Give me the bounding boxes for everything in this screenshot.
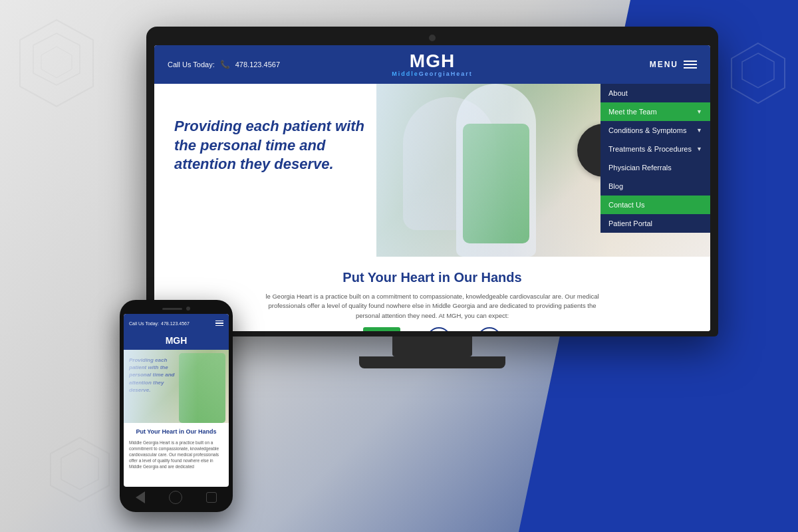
dropdown-nav-menu[interactable]: About Meet the Team ▼ Conditions & Sympt… bbox=[600, 84, 710, 233]
logo-sub3: Heart bbox=[451, 70, 473, 77]
nav-item-physician[interactable]: Physician Referrals bbox=[600, 158, 710, 177]
phone-content: Put Your Heart in Our Hands Middle Georg… bbox=[124, 423, 229, 475]
nav-item-blog[interactable]: Blog bbox=[600, 177, 710, 196]
menu-button[interactable]: MENU bbox=[650, 60, 697, 69]
website: Call Us Today: 📞 478.123.4567 MGH Middle… bbox=[154, 45, 710, 331]
site-content: Put Your Heart in Our Hands le Georgia H… bbox=[154, 257, 710, 331]
nav-item-conditions[interactable]: Conditions & Symptoms ▼ bbox=[600, 121, 710, 140]
phone-camera-row bbox=[124, 307, 229, 311]
menu-arrow-icon-2: ▼ bbox=[696, 127, 702, 134]
hamburger-line-3 bbox=[684, 67, 697, 68]
content-title: Put Your Heart in Our Hands bbox=[174, 270, 690, 285]
icon-circle-1 bbox=[427, 327, 451, 331]
menu-arrow-icon: ▼ bbox=[696, 108, 702, 115]
svg-marker-2 bbox=[41, 47, 72, 78]
hero-text: Providing each patient with the personal… bbox=[174, 117, 374, 174]
phone-recents-button[interactable] bbox=[206, 492, 217, 503]
logo-sub2: Georgia bbox=[419, 70, 451, 77]
phone-home-button[interactable] bbox=[169, 491, 182, 504]
monitor-frame: Call Us Today: 📞 478.123.4567 MGH Middle… bbox=[146, 27, 718, 336]
phone-logo-bar: MGH bbox=[124, 332, 229, 350]
phone-speaker bbox=[162, 308, 182, 310]
icon-item-3 bbox=[477, 327, 501, 331]
phone-call-label: Call Us Today: bbox=[129, 321, 159, 326]
hamburger-icon bbox=[684, 61, 697, 68]
menu-arrow-icon-3: ▼ bbox=[696, 146, 702, 152]
hero-section-wrapper: Providing each patient with the personal… bbox=[154, 84, 710, 331]
phone-ham-line-1 bbox=[215, 321, 223, 322]
header-left: Call Us Today: 📞 478.123.4567 bbox=[168, 60, 280, 69]
phone-frame: Call Us Today: 478.123.4567 MGH Providin… bbox=[120, 300, 233, 512]
nav-item-contact[interactable]: Contact Us bbox=[600, 196, 710, 214]
phone-screen: Call Us Today: 478.123.4567 MGH Providin… bbox=[124, 314, 229, 487]
phone-content-body: Middle Georgia Heart is a practice built… bbox=[129, 440, 223, 469]
logo-sub1: Middle bbox=[392, 70, 419, 77]
nav-item-meet-the-team[interactable]: Meet the Team ▼ bbox=[600, 102, 710, 121]
phone-logo: MGH bbox=[166, 335, 188, 346]
phone-hamburger-icon[interactable] bbox=[215, 321, 223, 327]
content-icons: Fast bbox=[174, 327, 690, 331]
phone-icon: 📞 bbox=[220, 60, 230, 69]
phone-header-left: Call Us Today: 478.123.4567 bbox=[129, 321, 190, 326]
logo-subtitle: MiddleGeorgiaHeart bbox=[392, 70, 473, 77]
phone-number-text: 478.123.4567 bbox=[235, 61, 280, 68]
svg-marker-4 bbox=[61, 448, 98, 489]
svg-marker-3 bbox=[51, 438, 109, 501]
monitor-screen: Call Us Today: 📞 478.123.4567 MGH Middle… bbox=[154, 45, 710, 331]
phone-label-text: Call Us Today: bbox=[168, 61, 215, 68]
monitor-stand-top bbox=[392, 336, 472, 356]
icon-item-2 bbox=[427, 327, 451, 331]
phone-wrapper: Call Us Today: 478.123.4567 MGH Providin… bbox=[120, 300, 233, 512]
phone-content-title: Put Your Heart in Our Hands bbox=[129, 428, 223, 436]
phone-camera bbox=[186, 307, 190, 311]
content-body: le Georgia Heart is a practice built on … bbox=[259, 292, 605, 321]
phone-site-header: Call Us Today: 478.123.4567 bbox=[124, 314, 229, 332]
nav-item-treatments[interactable]: Treatments & Procedures ▼ bbox=[600, 140, 710, 158]
phone-back-button[interactable] bbox=[136, 491, 145, 503]
fast-button[interactable]: Fast bbox=[363, 327, 401, 331]
hamburger-line-2 bbox=[684, 64, 697, 65]
nav-item-portal[interactable]: Patient Portal bbox=[600, 214, 710, 233]
hero-heading: Providing each patient with the personal… bbox=[174, 117, 374, 174]
phone-ham-line-2 bbox=[215, 323, 223, 324]
hamburger-line-1 bbox=[684, 61, 697, 62]
site-header: Call Us Today: 📞 478.123.4567 MGH Middle… bbox=[154, 45, 710, 84]
monitor-stand-base bbox=[359, 356, 505, 368]
nav-item-about[interactable]: About bbox=[600, 84, 710, 102]
icon-circle-2 bbox=[477, 327, 501, 331]
site-logo: MGH MiddleGeorgiaHeart bbox=[392, 52, 473, 77]
phone-ham-line-3 bbox=[215, 325, 223, 327]
monitor-camera bbox=[429, 35, 436, 41]
phone-bottom-bar bbox=[124, 487, 229, 507]
icon-item-fast: Fast bbox=[363, 327, 401, 331]
menu-label: MENU bbox=[650, 60, 678, 69]
site-hero: Providing each patient with the personal… bbox=[154, 84, 710, 257]
phone-hero-overlay bbox=[124, 350, 229, 423]
svg-marker-1 bbox=[33, 33, 80, 85]
phone-call-number: 478.123.4567 bbox=[161, 321, 190, 326]
hex-pattern-bottomleft bbox=[40, 432, 120, 512]
phone-hero: Providing each patient with the personal… bbox=[124, 350, 229, 423]
logo-mgh: MGH bbox=[392, 52, 473, 70]
